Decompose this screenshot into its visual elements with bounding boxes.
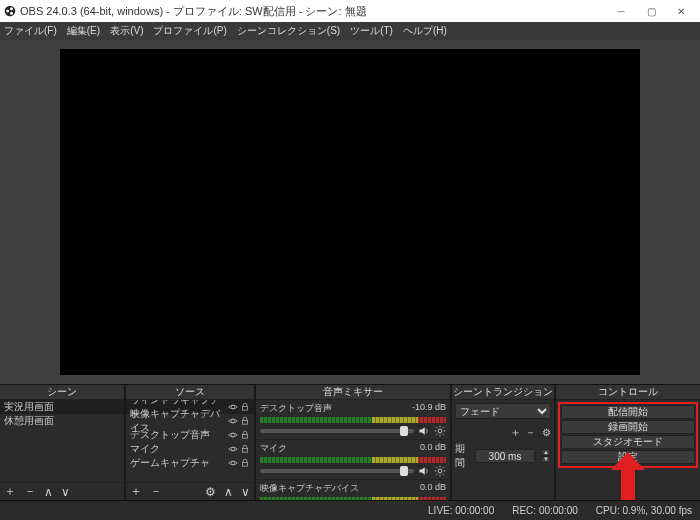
svg-point-10: [231, 447, 235, 451]
scene-down-button[interactable]: ∨: [61, 485, 70, 499]
svg-point-4: [231, 405, 235, 409]
status-live: LIVE: 00:00:00: [428, 505, 494, 516]
minimize-button[interactable]: ─: [606, 0, 636, 22]
scenes-toolbar: ＋ － ∧ ∨: [0, 482, 124, 500]
visibility-icon[interactable]: [228, 416, 238, 426]
mixer-header: 音声ミキサー: [256, 385, 450, 400]
source-item[interactable]: マイク: [126, 442, 254, 456]
source-settings-button[interactable]: ⚙: [205, 485, 216, 499]
duration-down[interactable]: ▼: [541, 456, 551, 463]
channel-db: -10.9 dB: [412, 402, 446, 415]
lock-icon[interactable]: [240, 444, 250, 454]
add-transition-button[interactable]: ＋: [510, 425, 521, 440]
lock-icon[interactable]: [240, 458, 250, 468]
source-item[interactable]: デスクトップ音声: [126, 428, 254, 442]
channel-name: マイク: [260, 442, 287, 455]
mixer-channel: 映像キャプチャデバイス0.0 dB: [256, 480, 450, 500]
transition-select[interactable]: フェード: [455, 403, 551, 419]
svg-point-3: [10, 12, 13, 15]
lock-icon[interactable]: [240, 402, 250, 412]
audio-meter: [260, 417, 446, 423]
svg-point-1: [6, 10, 9, 13]
transition-settings-button[interactable]: ⚙: [542, 427, 551, 438]
source-down-button[interactable]: ∨: [241, 485, 250, 499]
mixer-body: デスクトップ音声-10.9 dB マイク0.0 dB 映像キャプチャデバイス0.…: [256, 400, 450, 500]
lock-icon[interactable]: [240, 430, 250, 440]
maximize-button[interactable]: ▢: [636, 0, 666, 22]
mixer-channel: マイク0.0 dB: [256, 440, 450, 480]
lock-icon[interactable]: [240, 416, 250, 426]
svg-point-12: [231, 461, 235, 465]
scenes-panel: シーン 実況用画面 休憩用画面 ＋ － ∧ ∨: [0, 385, 126, 500]
sources-header: ソース: [126, 385, 254, 400]
controls-body: 配信開始 録画開始 スタジオモード 設定: [556, 400, 700, 500]
source-item[interactable]: ゲームキャプチャ: [126, 456, 254, 470]
speaker-icon[interactable]: [418, 465, 430, 477]
svg-point-14: [438, 429, 442, 433]
menu-help[interactable]: ヘルプ(H): [403, 24, 447, 38]
volume-slider[interactable]: [260, 429, 414, 433]
scene-item[interactable]: 実況用画面: [0, 400, 124, 414]
menu-profile[interactable]: プロファイル(P): [153, 24, 226, 38]
speaker-icon[interactable]: [418, 425, 430, 437]
visibility-icon[interactable]: [228, 444, 238, 454]
scenes-list[interactable]: 実況用画面 休憩用画面: [0, 400, 124, 482]
transitions-panel: シーントランジション フェード ＋ － ⚙ 期間 ▲▼: [452, 385, 556, 500]
remove-source-button[interactable]: －: [150, 483, 162, 500]
status-rec: REC: 00:00:00: [512, 505, 578, 516]
remove-scene-button[interactable]: －: [24, 483, 36, 500]
menu-tools[interactable]: ツール(T): [350, 24, 393, 38]
svg-point-8: [231, 433, 235, 437]
svg-point-6: [231, 419, 235, 423]
gear-icon[interactable]: [434, 425, 446, 437]
sources-list[interactable]: ウィンドウキャプチャ 映像キャプチャデバイス デスクトップ音声 マイク ゲームキ…: [126, 400, 254, 482]
channel-name: 映像キャプチャデバイス: [260, 482, 359, 495]
app-icon: [4, 5, 16, 17]
transitions-body: フェード ＋ － ⚙ 期間 ▲▼: [452, 400, 554, 500]
mixer-panel: 音声ミキサー デスクトップ音声-10.9 dB マイク0.0 dB 映像キャプチ…: [256, 385, 452, 500]
svg-point-2: [10, 7, 13, 10]
sources-panel: ソース ウィンドウキャプチャ 映像キャプチャデバイス デスクトップ音声 マイク …: [126, 385, 256, 500]
mixer-channel: デスクトップ音声-10.9 dB: [256, 400, 450, 440]
preview-canvas[interactable]: [60, 49, 640, 375]
source-item[interactable]: 映像キャプチャデバイス: [126, 414, 254, 428]
visibility-icon[interactable]: [228, 402, 238, 412]
close-button[interactable]: ✕: [666, 0, 696, 22]
duration-label: 期間: [455, 442, 469, 470]
window-titlebar: OBS 24.0.3 (64-bit, windows) - プロファイル: S…: [0, 0, 700, 22]
annotation-arrow-icon: [611, 452, 645, 500]
sources-toolbar: ＋ － ⚙ ∧ ∨: [126, 482, 254, 500]
add-source-button[interactable]: ＋: [130, 483, 142, 500]
menu-bar: ファイル(F) 編集(E) 表示(V) プロファイル(P) シーンコレクション(…: [0, 22, 700, 40]
menu-edit[interactable]: 編集(E): [67, 24, 100, 38]
remove-transition-button[interactable]: －: [525, 425, 536, 440]
menu-scene-collection[interactable]: シーンコレクション(S): [237, 24, 340, 38]
add-scene-button[interactable]: ＋: [4, 483, 16, 500]
channel-db: 0.0 dB: [420, 442, 446, 455]
menu-file[interactable]: ファイル(F): [4, 24, 57, 38]
scene-up-button[interactable]: ∧: [44, 485, 53, 499]
visibility-icon[interactable]: [228, 430, 238, 440]
channel-db: 0.0 dB: [420, 482, 446, 495]
audio-meter: [260, 457, 446, 463]
menu-view[interactable]: 表示(V): [110, 24, 143, 38]
gear-icon[interactable]: [434, 465, 446, 477]
start-streaming-button[interactable]: 配信開始: [561, 405, 695, 419]
channel-name: デスクトップ音声: [260, 402, 332, 415]
duration-input[interactable]: [475, 449, 535, 463]
duration-up[interactable]: ▲: [541, 449, 551, 456]
svg-rect-5: [243, 406, 248, 410]
transitions-header: シーントランジション: [452, 385, 554, 400]
studio-mode-button[interactable]: スタジオモード: [561, 435, 695, 449]
volume-slider[interactable]: [260, 469, 414, 473]
start-recording-button[interactable]: 録画開始: [561, 420, 695, 434]
controls-header: コントロール: [556, 385, 700, 400]
svg-rect-13: [243, 462, 248, 466]
scene-item[interactable]: 休憩用画面: [0, 414, 124, 428]
svg-rect-9: [243, 434, 248, 438]
window-title: OBS 24.0.3 (64-bit, windows) - プロファイル: S…: [20, 4, 367, 19]
svg-rect-11: [243, 448, 248, 452]
controls-panel: コントロール 配信開始 録画開始 スタジオモード 設定: [556, 385, 700, 500]
source-up-button[interactable]: ∧: [224, 485, 233, 499]
visibility-icon[interactable]: [228, 458, 238, 468]
